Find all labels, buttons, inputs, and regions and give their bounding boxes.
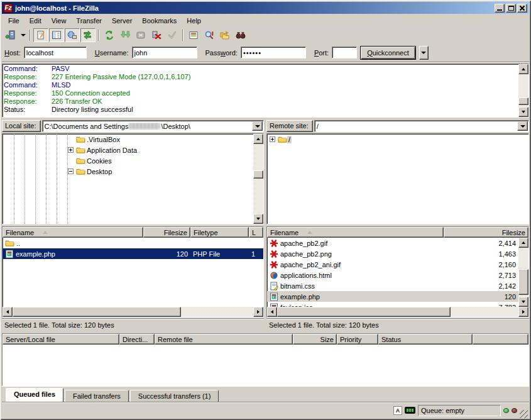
file-row-example-php-selected[interactable]: example.php 120 PHP File 1 [3, 248, 263, 259]
tab-failed-transfers[interactable]: Failed transfers [65, 390, 129, 402]
close-button[interactable] [517, 4, 527, 13]
file-row[interactable]: apache_pb2_ani.gif 2,160 [267, 259, 518, 270]
password-input[interactable] [241, 47, 306, 58]
column-header-remote-file[interactable]: Remote file [155, 334, 293, 345]
remote-horizontal-scrollbar[interactable] [267, 307, 528, 317]
menu-help[interactable]: Help [182, 16, 206, 26]
scroll-right-button[interactable] [518, 307, 528, 317]
file-row-parent-dir[interactable]: .. [3, 238, 263, 248]
remote-site-dropdown-button[interactable] [517, 121, 528, 131]
column-header-filetype[interactable]: Filetype [190, 227, 249, 238]
menu-view[interactable]: View [47, 16, 72, 26]
scroll-track[interactable] [277, 307, 518, 317]
tree-expand-icon[interactable] [270, 136, 275, 142]
scroll-down-button[interactable] [518, 297, 528, 307]
scroll-left-button[interactable] [267, 307, 277, 317]
toggle-queue-button[interactable] [80, 28, 96, 42]
tree-item-cookies[interactable]: Cookies [3, 155, 253, 166]
reconnect-button[interactable] [165, 28, 180, 42]
scroll-thumb[interactable] [13, 307, 181, 317]
compare-directories-button[interactable] [217, 28, 233, 42]
tree-collapse-icon[interactable] [68, 169, 74, 174]
scroll-track[interactable] [253, 144, 263, 214]
process-queue-button[interactable] [118, 28, 133, 42]
tab-successful-transfers[interactable]: Successful transfers (1) [130, 390, 219, 402]
local-list-header: Filename Filesize Filetype L [3, 227, 263, 238]
column-header-priority[interactable]: Priority [337, 334, 378, 345]
tree-item-application-data[interactable]: Application Data [3, 145, 253, 155]
port-input[interactable] [332, 47, 357, 58]
column-header-filesize[interactable]: Filesize [444, 227, 528, 238]
column-header-empty [473, 334, 528, 345]
menu-server[interactable]: Server [107, 16, 137, 26]
resize-grip[interactable] [520, 410, 528, 418]
synchronized-browsing-button[interactable] [233, 28, 248, 42]
toggle-remote-tree-button[interactable] [65, 28, 80, 42]
quickconnect-button[interactable]: Quickconnect [360, 46, 416, 60]
find-files-icon [204, 30, 214, 40]
column-header-last-modified[interactable]: L [249, 227, 263, 238]
local-site-combo[interactable]: C:\Documents and Settings\Desktop\ [42, 120, 264, 132]
log-line: Response:150 Connection accepted [4, 89, 517, 97]
column-header-filename[interactable]: Filename [3, 227, 143, 238]
toggle-local-tree-button[interactable] [49, 28, 64, 42]
menu-transfer[interactable]: Transfer [71, 16, 107, 26]
image-file-icon [270, 260, 278, 269]
column-header-filesize[interactable]: Filesize [143, 227, 190, 238]
cancel-operation-button[interactable] [133, 28, 148, 42]
tree-item-desktop[interactable]: Desktop [3, 166, 253, 177]
column-header-direction[interactable]: Directi... [119, 334, 155, 345]
scroll-up-button[interactable] [518, 64, 528, 74]
scroll-thumb[interactable] [518, 97, 528, 105]
tab-queued-files[interactable]: Queued files [6, 388, 63, 402]
scroll-track[interactable] [518, 74, 528, 107]
site-manager-button[interactable] [3, 28, 18, 42]
file-row[interactable]: apache_pb2.png 1,463 [267, 248, 518, 259]
scroll-down-button[interactable] [253, 214, 263, 224]
toggle-message-log-button[interactable] [33, 28, 48, 42]
file-row[interactable]: favicon.ico 7,782 [267, 302, 518, 307]
scroll-thumb[interactable] [518, 269, 528, 295]
local-tree-vertical-scrollbar[interactable] [253, 134, 263, 224]
minimize-button[interactable] [495, 4, 505, 13]
tree-item-root[interactable]: / [267, 134, 528, 145]
column-header-server-local-file[interactable]: Server/Local file [3, 334, 119, 345]
disconnect-button[interactable] [149, 28, 164, 42]
scroll-thumb[interactable] [277, 307, 451, 317]
tree-item-virtualbox[interactable]: .VirtualBox [3, 134, 253, 145]
tree-expand-icon[interactable] [68, 147, 74, 153]
local-horizontal-scrollbar[interactable] [3, 307, 263, 317]
title-bar[interactable]: Fz john@localhost - FileZilla [2, 2, 529, 14]
column-header-status[interactable]: Status [378, 334, 473, 345]
refresh-button[interactable] [102, 28, 117, 42]
host-input[interactable] [24, 47, 87, 58]
column-header-filename[interactable]: Filename [267, 227, 444, 238]
maximize-button[interactable] [506, 4, 516, 13]
site-manager-dropdown-button[interactable] [19, 28, 27, 42]
scroll-thumb[interactable] [253, 170, 263, 179]
menu-bookmarks[interactable]: Bookmarks [137, 16, 182, 26]
file-row[interactable]: apache_pb2.gif 2,414 [267, 238, 518, 248]
scroll-right-button[interactable] [253, 307, 263, 317]
scroll-track[interactable] [518, 248, 528, 297]
quickconnect-dropdown-button[interactable] [419, 46, 429, 60]
column-header-size[interactable]: Size [293, 334, 337, 345]
remote-list-vertical-scrollbar[interactable] [518, 238, 528, 307]
menu-file[interactable]: File [3, 16, 25, 26]
username-input[interactable] [132, 47, 197, 58]
remote-selection-status: Selected 1 file. Total size: 120 bytes [266, 318, 529, 331]
scroll-left-button[interactable] [3, 307, 13, 317]
scroll-up-button[interactable] [518, 238, 528, 248]
find-files-button[interactable] [202, 28, 217, 42]
filter-button[interactable] [186, 28, 201, 42]
scroll-down-button[interactable] [518, 107, 528, 117]
scroll-up-button[interactable] [253, 134, 263, 144]
local-site-dropdown-button[interactable] [252, 121, 263, 131]
file-row-example-php-selected[interactable]: example.php 120 [267, 291, 518, 302]
file-row[interactable]: bitnami.css 2,142 [267, 280, 518, 291]
log-vertical-scrollbar[interactable] [518, 64, 528, 117]
file-row[interactable]: applications.html 2,713 [267, 270, 518, 280]
remote-site-combo[interactable]: / [314, 120, 529, 132]
scroll-track[interactable] [13, 307, 253, 317]
menu-edit[interactable]: Edit [25, 16, 47, 26]
